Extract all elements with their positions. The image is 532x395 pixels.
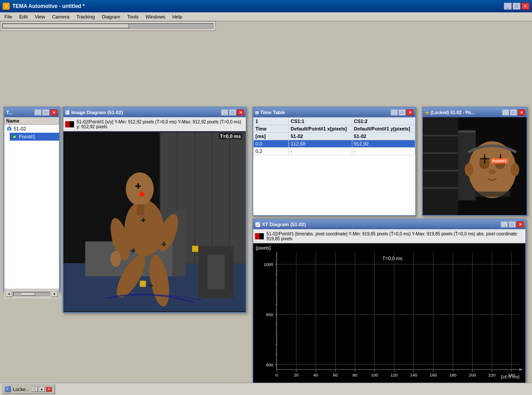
taskbar-item-icon: L	[5, 386, 11, 392]
camera-minimize-btn[interactable]: _	[502, 109, 509, 116]
camera-close-btn[interactable]: ✕	[518, 109, 525, 116]
point-icon: M	[11, 134, 18, 140]
cell-x-0: 112,68	[289, 140, 352, 148]
xt-chart[interactable]: [pixels] 1000 950 900	[253, 243, 525, 385]
svg-rect-32	[150, 283, 151, 288]
timetable-minimize-btn[interactable]: _	[391, 109, 398, 116]
title-bar: T TEMA Automotive - untitled * _ □ ✕	[0, 0, 532, 12]
workspace: T... _ □ ✕ Name 51-02 M Point#1	[0, 21, 532, 395]
taskbar-maximize-btn[interactable]: ▲	[39, 387, 45, 392]
svg-text:140: 140	[410, 373, 417, 377]
hscroll-left-btn[interactable]: ◂	[5, 291, 12, 297]
svg-text:T=0,0 ms: T=0,0 ms	[382, 256, 403, 261]
table-icon: ⊞	[255, 110, 259, 115]
image-viewport[interactable]: T=0,0 ms	[63, 131, 246, 312]
timetable-close-btn[interactable]: ✕	[406, 109, 414, 116]
app-title-group: T TEMA Automotive - untitled *	[3, 3, 85, 10]
timetable-titlebar: ⊞ Time Table _ □ ✕	[253, 108, 415, 117]
xt-info-text: 51-02/Point#1 [time/abs. pixel coordinat…	[266, 231, 524, 241]
svg-text:180: 180	[449, 373, 457, 377]
svg-point-57	[510, 163, 519, 176]
time-table-title: Time Table	[260, 110, 285, 115]
svg-rect-19	[137, 204, 144, 215]
camera-viewport: Point#1	[423, 117, 527, 215]
cell-x-1: -	[289, 148, 352, 155]
col-subheader-time: Time	[254, 125, 289, 133]
col-unit-ms: [ms]	[254, 133, 289, 140]
scrollbar-track[interactable]	[2, 23, 214, 29]
col-header-cs2: CS1:2	[352, 118, 415, 125]
svg-text:40: 40	[314, 373, 318, 377]
cell-time-1: 0,2	[254, 148, 289, 155]
taskbar-item-label: Locke...	[13, 387, 30, 392]
image-diagram-icon: 🖼	[65, 110, 70, 115]
svg-rect-28	[133, 248, 134, 253]
xt-color-indicator	[255, 233, 264, 239]
svg-rect-42	[423, 152, 458, 154]
col-source-1: 51-02	[289, 133, 352, 140]
menu-view[interactable]: View	[31, 13, 49, 20]
svg-rect-18	[137, 183, 139, 189]
table-row[interactable]: 0,2 - -	[254, 148, 415, 155]
image-close-btn[interactable]: ✕	[237, 109, 244, 116]
taskbar-close-btn[interactable]: ✕	[46, 387, 52, 392]
menu-windows[interactable]: Windows	[142, 13, 169, 20]
svg-text:160: 160	[430, 373, 437, 377]
taskbar-restore-btn[interactable]: □	[32, 387, 38, 392]
menu-edit[interactable]: Edit	[16, 13, 31, 20]
taskbar-item-controls[interactable]: □ ▲ ✕	[32, 387, 52, 392]
point-marker-label: Point#1	[491, 158, 508, 164]
svg-point-1	[8, 128, 10, 130]
cell-y-1: -	[352, 148, 415, 155]
menu-camera[interactable]: Camera	[48, 13, 73, 20]
menu-tracking[interactable]: Tracking	[73, 13, 98, 20]
xt-minimize-btn[interactable]: _	[501, 221, 508, 227]
xt-titlebar: 📈 XT Diagram (51-02) _ □ ✕	[253, 220, 525, 229]
menu-help[interactable]: Help	[169, 13, 186, 20]
svg-rect-41	[423, 135, 458, 137]
timetable-maximize-btn[interactable]: □	[399, 109, 406, 116]
xt-close-btn[interactable]: ✕	[517, 221, 524, 227]
xt-diagram-title: XT Diagram (51-02)	[262, 222, 306, 227]
table-row[interactable]: 0,0 112,68 912,92	[254, 140, 415, 148]
menu-diagram[interactable]: Diagram	[98, 13, 124, 20]
hscroll-thumb[interactable]	[21, 292, 35, 296]
svg-text:220: 220	[488, 373, 496, 377]
camera-titlebar: 🔒 (Locked) 51-02 - Po... _ □ ✕	[423, 108, 527, 117]
image-info-bar: 51-02/Point#1 [x/y] Y-Min: 912,92 pixels…	[63, 117, 246, 131]
menu-tools[interactable]: Tools	[124, 13, 142, 20]
hscroll-track[interactable]	[13, 292, 50, 296]
tree-item-point-label: Point#1	[19, 134, 35, 139]
xt-info-bar: 51-02/Point#1 [time/abs. pixel coordinat…	[253, 229, 525, 243]
svg-rect-2	[8, 127, 10, 127]
tree-hscrollbar[interactable]: ◂ ▸	[4, 289, 59, 298]
tree-minimize-btn[interactable]: _	[34, 109, 41, 116]
taskbar-camera-item[interactable]: L Locke... □ ▲ ✕	[2, 384, 55, 394]
top-scrollbar-area[interactable]	[0, 21, 216, 31]
hscroll-right-btn[interactable]: ▸	[51, 291, 58, 297]
titlebar-controls[interactable]: _ □ ✕	[504, 3, 529, 10]
svg-point-50	[489, 169, 496, 175]
camera-maximize-btn[interactable]: □	[510, 109, 517, 116]
color-indicator	[65, 121, 74, 127]
svg-rect-30	[163, 242, 165, 246]
svg-rect-34	[192, 246, 198, 252]
xt-maximize-btn[interactable]: □	[509, 221, 516, 227]
svg-text:[1E-3 ms]: [1E-3 ms]	[501, 374, 519, 379]
menu-file[interactable]: File	[1, 13, 16, 20]
tree-close-btn[interactable]: ✕	[50, 109, 57, 116]
close-button[interactable]: ✕	[521, 3, 529, 10]
svg-rect-33	[140, 281, 146, 287]
image-maximize-btn[interactable]: □	[229, 109, 236, 116]
minimize-button[interactable]: _	[504, 3, 512, 10]
tree-item-camera[interactable]: 51-02	[4, 125, 59, 133]
scrollbar-thumb[interactable]	[3, 24, 129, 28]
image-diagram-panel: 🖼 Image Diagram (51-02) _ □ ✕ 51-02/Poin…	[63, 107, 247, 313]
image-minimize-btn[interactable]: _	[221, 109, 228, 116]
svg-text:200: 200	[469, 373, 476, 377]
svg-text:900: 900	[266, 362, 273, 367]
tree-item-point[interactable]: M Point#1	[10, 133, 59, 141]
svg-text:950: 950	[266, 312, 273, 317]
tree-maximize-btn[interactable]: □	[42, 109, 49, 116]
maximize-button[interactable]: □	[513, 3, 521, 10]
